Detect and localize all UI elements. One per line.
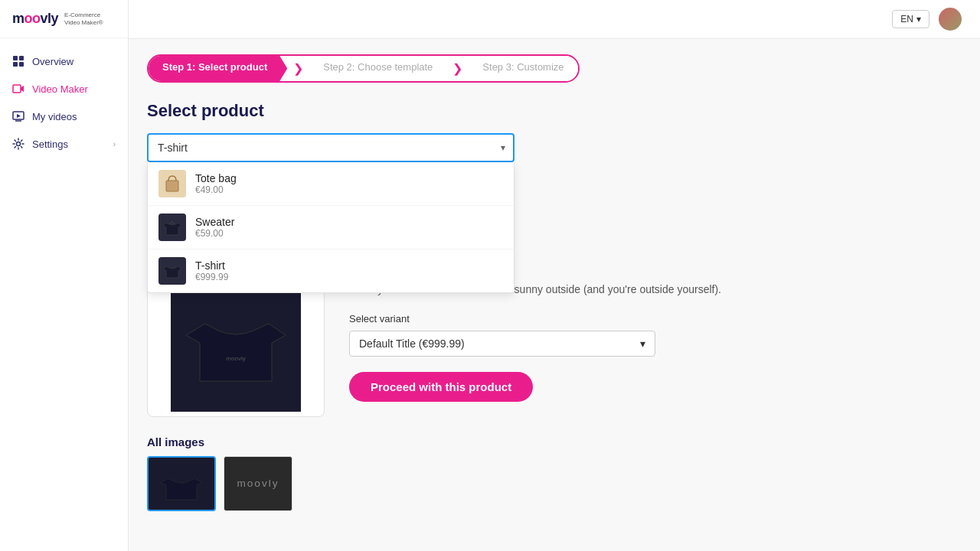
sidebar: moovly E-Commerce Video Maker® Overview <box>0 0 129 551</box>
images-row: moovly <box>147 456 962 511</box>
tshirt-info: T-shirt €999.99 <box>195 259 228 282</box>
step-1[interactable]: Step 1: Select product <box>149 56 287 81</box>
product-details: Moovly T-Shirt best worn when it's sunny… <box>349 276 962 417</box>
my-videos-icon <box>12 110 24 122</box>
logo-subtitle: E-Commerce Video Maker® <box>64 11 103 26</box>
sidebar-item-video-maker[interactable]: Video Maker <box>0 75 128 103</box>
product-main-image: moovly <box>171 282 301 412</box>
thumbnail-2[interactable]: moovly <box>224 456 292 511</box>
proceed-button[interactable]: Proceed with this product <box>349 372 533 402</box>
variant-select[interactable]: Default Title (€999.99) ▾ <box>349 331 655 357</box>
product-dropdown-menu: Tote bag €49.00 Sweater <box>147 162 514 293</box>
product-select-input[interactable]: T-shirt ▾ <box>147 133 514 162</box>
tote-bag-image <box>158 170 186 197</box>
settings-chevron-icon: › <box>113 140 116 148</box>
all-images-title: All images <box>147 435 962 448</box>
dropdown-arrow-icon: ▾ <box>501 142 505 153</box>
svg-rect-3 <box>19 62 24 67</box>
logo-area: moovly E-Commerce Video Maker® <box>0 0 128 38</box>
sidebar-nav: Overview Video Maker My videos <box>0 38 128 551</box>
svg-rect-2 <box>13 62 18 67</box>
svg-rect-1 <box>19 56 24 60</box>
product-selector-wrapper: T-shirt ▾ Tote bag €49.0 <box>147 133 514 162</box>
topbar: EN ▾ <box>129 0 980 39</box>
sidebar-item-overview[interactable]: Overview <box>0 47 128 75</box>
thumbnail-1-image <box>155 461 208 506</box>
main-area: EN ▾ Step 1: Select product ❯ Step 2: Ch… <box>129 0 980 551</box>
thumbnail-2-image: moovly <box>224 456 292 511</box>
svg-rect-0 <box>13 56 18 60</box>
settings-icon <box>12 138 24 150</box>
lang-chevron-icon: ▾ <box>916 14 921 24</box>
dropdown-item-sweater[interactable]: Sweater €59.00 <box>148 206 514 249</box>
dropdown-item-tote-bag[interactable]: Tote bag €49.00 <box>148 162 514 206</box>
dropdown-item-tshirt[interactable]: T-shirt €999.99 <box>148 249 514 292</box>
page-title: Select product <box>147 101 962 121</box>
sweater-info: Sweater €59.00 <box>195 216 234 239</box>
steps-wrapper: Step 1: Select product ❯ Step 2: Choose … <box>147 54 580 83</box>
steps-bar: Step 1: Select product ❯ Step 2: Choose … <box>147 54 962 83</box>
product-image-card: moovly <box>147 276 325 417</box>
step-3[interactable]: Step 3: Customize <box>469 56 577 81</box>
thumbnail-1[interactable] <box>147 456 216 511</box>
all-images-section: All images moovly <box>147 435 962 511</box>
language-selector[interactable]: EN ▾ <box>892 10 929 28</box>
step-2[interactable]: Step 2: Choose template <box>309 56 446 81</box>
logo-text: moovly <box>12 11 58 27</box>
variant-chevron-icon: ▾ <box>640 337 645 350</box>
sweater-image <box>158 214 186 241</box>
sidebar-item-settings[interactable]: Settings › <box>0 130 128 158</box>
overview-icon <box>12 55 24 67</box>
sidebar-item-my-videos[interactable]: My videos <box>0 103 128 130</box>
svg-text:moovly: moovly <box>226 355 245 362</box>
tote-bag-info: Tote bag €49.00 <box>195 172 237 195</box>
tshirt-image <box>158 257 186 285</box>
logo: moovly <box>12 11 58 27</box>
variant-label: Select variant <box>349 313 962 324</box>
product-area: moovly Moovly T-Shirt best worn when it'… <box>147 276 962 417</box>
svg-rect-4 <box>13 85 21 93</box>
content-area: Step 1: Select product ❯ Step 2: Choose … <box>129 39 980 551</box>
avatar[interactable] <box>939 8 962 31</box>
video-maker-icon <box>12 83 24 95</box>
step-arrow-1: ❯ <box>287 56 309 81</box>
step-arrow-2: ❯ <box>446 56 469 81</box>
svg-text:moovly: moovly <box>237 478 279 489</box>
svg-point-7 <box>17 142 21 146</box>
svg-rect-9 <box>166 181 178 191</box>
